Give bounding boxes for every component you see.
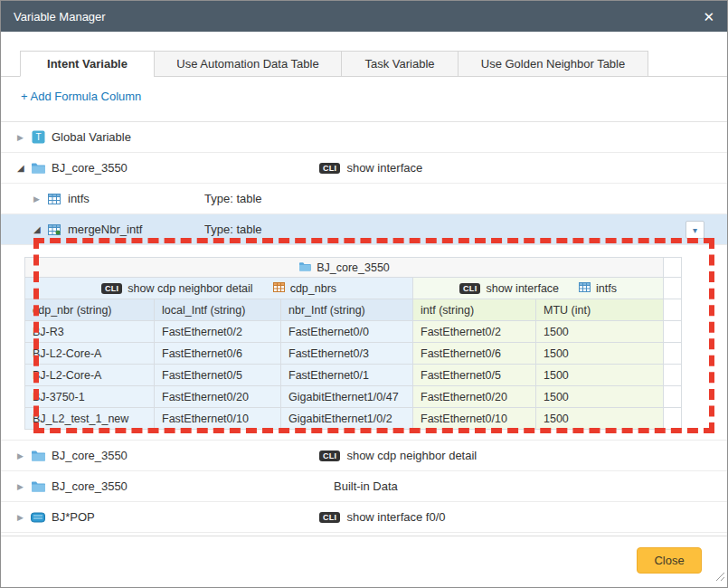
column-header: MTU (int) — [536, 299, 664, 321]
group-command: show cdp neighbor detail — [128, 282, 252, 295]
group-table-name: intfs — [596, 282, 617, 295]
tree-row-merge-nbr-intf[interactable]: ◢ mergeNbr_intf Type: table ▾ — [1, 214, 727, 245]
chevron-right-icon[interactable]: ▶ — [17, 513, 31, 522]
tree-item-label: BJ_core_3550 — [52, 449, 128, 462]
table-cell: 1500 — [536, 343, 664, 365]
tree-row-bj-core-3550-show-interface[interactable]: ◢ BJ_core_3550 CLI show interface — [1, 153, 727, 184]
variable-tree: ▶ T Global Variable ◢ BJ_core_3550 CLI s… — [1, 121, 727, 533]
column-header: nbr_Intf (string) — [281, 299, 413, 321]
row-dropdown-chevron[interactable]: ▾ — [685, 221, 704, 239]
tree-item-label: BJ_core_3550 — [52, 161, 128, 175]
dialog-titlebar: Variable Manager ✕ — [1, 1, 727, 32]
chevron-expanded-icon[interactable]: ◢ — [33, 224, 47, 234]
table-row: BJ-L2-Core-A FastEthernet0/5 FastEtherne… — [25, 365, 682, 386]
table-icon — [47, 194, 61, 204]
table-extra-cell — [664, 343, 682, 365]
tree-item-label: BJ_core_3550 — [52, 479, 128, 493]
table-extra-cell — [664, 386, 682, 408]
tab-task-variable[interactable]: Task Variable — [341, 51, 459, 77]
folder-icon — [31, 450, 45, 461]
table-cell: FastEthernet0/2 — [413, 321, 536, 343]
table-cell: FastEthernet0/10 — [413, 408, 536, 430]
table-cell: FastEthernet0/2 — [155, 321, 281, 343]
tab-use-automation-data-table[interactable]: Use Automation Data Table — [154, 51, 342, 77]
chevron-right-icon[interactable]: ▶ — [17, 482, 31, 491]
table-cell: GigabitEthernet1/0/47 — [281, 386, 413, 408]
table-row: BJ-L2-Core-A FastEthernet0/6 FastEtherne… — [25, 343, 682, 365]
table-group-header-row: CLI show cdp neighbor detail cdp_nbrs CL… — [25, 278, 682, 299]
tree-row-bj-pop[interactable]: ▶ BJ*POP CLI show interface f0/0 — [1, 502, 727, 533]
table-extra-cell — [664, 299, 682, 321]
close-button[interactable]: Close — [637, 547, 702, 574]
command-text: show cdp neighbor detail — [346, 449, 477, 462]
chevron-right-icon[interactable]: ▶ — [17, 451, 31, 460]
tree-row-global-variable[interactable]: ▶ T Global Variable — [1, 122, 727, 153]
table-cell: FastEthernet0/6 — [413, 343, 536, 365]
chevron-right-icon[interactable]: ▶ — [17, 133, 31, 142]
tree-row-bj-core-3550-show-cdp[interactable]: ▶ BJ_core_3550 CLI show cdp neighbor det… — [1, 441, 727, 471]
table-cell: BJ-3750-1 — [25, 386, 155, 408]
table-extra-cell — [664, 321, 682, 343]
close-icon[interactable]: ✕ — [703, 10, 714, 24]
table-cell: FastEthernet0/0 — [281, 321, 413, 343]
add-formula-column-link[interactable]: + Add Formula Column — [21, 90, 141, 106]
table-extra-cell — [664, 408, 682, 430]
variable-manager-dialog: Variable Manager ✕ Intent Variable Use A… — [0, 0, 728, 588]
table-row: BJ-R3 FastEthernet0/2 FastEthernet0/0 Fa… — [25, 321, 682, 343]
folder-icon — [31, 162, 45, 174]
cli-badge: CLI — [319, 512, 340, 523]
tree-row-bj-core-3550-builtin[interactable]: ▶ BJ_core_3550 Built-in Data — [1, 471, 727, 502]
cli-badge: CLI — [319, 163, 340, 174]
table-cell: BJ-L2-Core-A — [25, 343, 155, 365]
command-text: show interface f0/0 — [346, 510, 445, 524]
tree-item-label: intfs — [68, 192, 90, 205]
group-command: show interface — [486, 282, 559, 295]
merge-table-clip: BJ_core_3550 CLI show cdp neighbor detai… — [24, 257, 683, 434]
group-header-intf: CLI show interface intfs — [413, 278, 664, 299]
cli-badge: CLI — [101, 283, 122, 294]
table-icon — [273, 282, 285, 295]
tree-item-command: CLI show interface f0/0 — [319, 510, 446, 524]
table-row: BJ-3750-1 FastEthernet0/20 GigabitEthern… — [25, 386, 682, 408]
tab-bar: Intent Variable Use Automation Data Tabl… — [1, 50, 727, 77]
tab-intent-variable[interactable]: Intent Variable — [20, 51, 155, 77]
table-cell: FastEthernet0/6 — [155, 343, 281, 365]
table-cell: 1500 — [536, 365, 664, 386]
tree-item-label: BJ*POP — [52, 510, 95, 524]
column-header: cdp_nbr (string) — [25, 299, 155, 321]
table-cell: FastEthernet0/1 — [281, 365, 413, 386]
device-icon — [31, 512, 45, 523]
table-cell: BJ_L2_test_1_new — [25, 408, 155, 430]
table-extra-cell — [664, 278, 682, 299]
table-row: BJ_L2_test_1_new FastEthernet0/10 Gigabi… — [25, 408, 682, 430]
table-cell: 1500 — [536, 321, 664, 343]
table-title-row: BJ_core_3550 — [25, 258, 682, 278]
merge-result-table: BJ_core_3550 CLI show cdp neighbor detai… — [24, 257, 682, 430]
group-header-cdp: CLI show cdp neighbor detail cdp_nbrs — [25, 278, 413, 299]
chevron-right-icon[interactable]: ▶ — [33, 194, 47, 204]
tree-item-type: Type: table — [204, 192, 262, 205]
tree-item-command: CLI show interface — [319, 161, 422, 175]
column-header: intf (string) — [413, 299, 536, 321]
tree-item-label: Global Variable — [52, 130, 131, 144]
table-cell: 1500 — [536, 408, 664, 430]
dialog-title: Variable Manager — [14, 10, 106, 24]
tree-item-detail: Built-in Data — [334, 479, 398, 493]
tree-item-label: mergeNbr_intf — [68, 223, 142, 236]
table-cell: FastEthernet0/20 — [413, 386, 536, 408]
table-cell: FastEthernet0/5 — [155, 365, 281, 386]
merge-table-block: BJ_core_3550 CLI show cdp neighbor detai… — [1, 245, 727, 441]
cli-badge: CLI — [459, 283, 480, 294]
table-icon — [579, 282, 591, 295]
tree-item-command: CLI show cdp neighbor detail — [319, 449, 477, 462]
table-extra-cell — [664, 258, 682, 278]
folder-icon — [31, 480, 45, 492]
tab-use-golden-neighbor-table[interactable]: Use Golden Neighbor Table — [458, 51, 648, 77]
tree-row-intfs[interactable]: ▶ intfs Type: table — [1, 184, 727, 214]
global-variable-icon: T — [31, 130, 45, 144]
table-extra-cell — [664, 365, 682, 386]
table-cell: BJ-R3 — [25, 321, 155, 343]
dialog-footer: Close — [1, 536, 727, 587]
resize-grip-icon[interactable] — [714, 569, 725, 585]
chevron-expanded-icon[interactable]: ◢ — [17, 163, 31, 173]
